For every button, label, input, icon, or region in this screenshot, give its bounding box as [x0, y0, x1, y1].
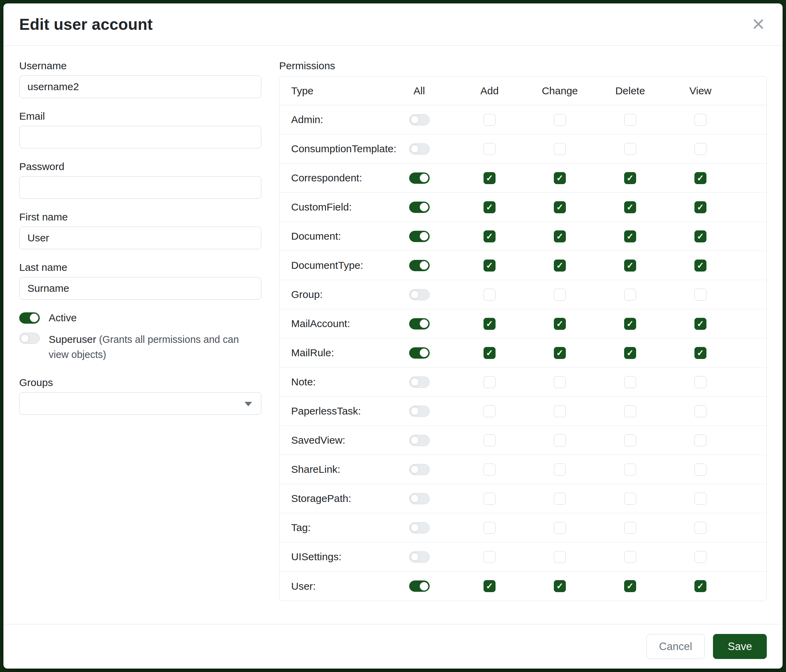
permission-delete-checkbox[interactable]: [624, 493, 636, 505]
permission-change-checkbox[interactable]: [554, 143, 566, 155]
permission-change-checkbox[interactable]: ✓: [554, 172, 566, 184]
permission-change-checkbox[interactable]: ✓: [554, 201, 566, 213]
cancel-button[interactable]: Cancel: [646, 634, 705, 659]
permission-change-checkbox[interactable]: [554, 405, 566, 417]
permission-view-checkbox[interactable]: ✓: [695, 318, 706, 330]
permission-view-checkbox[interactable]: [695, 405, 706, 417]
permission-change-checkbox[interactable]: ✓: [554, 347, 566, 359]
permission-row: CustomField:✓✓✓✓: [280, 193, 766, 222]
permission-view-checkbox[interactable]: ✓: [695, 172, 706, 184]
permission-view-checkbox[interactable]: [695, 376, 706, 388]
permission-all-toggle[interactable]: [409, 522, 430, 534]
permission-change-checkbox[interactable]: ✓: [554, 231, 566, 242]
permission-all-toggle[interactable]: [409, 202, 430, 213]
permission-all-toggle[interactable]: [409, 581, 430, 592]
permission-all-toggle[interactable]: [409, 464, 430, 475]
groups-select[interactable]: [19, 392, 261, 415]
permission-delete-checkbox[interactable]: [624, 405, 636, 417]
permission-all-toggle[interactable]: [409, 318, 430, 330]
permission-all-toggle[interactable]: [409, 493, 430, 504]
permission-add-checkbox[interactable]: ✓: [484, 347, 495, 359]
permission-add-checkbox[interactable]: ✓: [484, 259, 495, 272]
permission-add-checkbox[interactable]: ✓: [484, 580, 495, 592]
permission-add-checkbox[interactable]: [484, 143, 495, 155]
permission-all-toggle[interactable]: [409, 406, 430, 417]
active-toggle[interactable]: [19, 312, 40, 323]
permission-change-checkbox[interactable]: ✓: [554, 580, 566, 592]
permission-all-toggle[interactable]: [409, 260, 430, 271]
permission-delete-checkbox[interactable]: ✓: [624, 580, 636, 592]
permission-view-checkbox[interactable]: ✓: [695, 580, 706, 592]
permission-change-checkbox[interactable]: [554, 463, 566, 476]
permission-change-checkbox[interactable]: [554, 551, 566, 563]
permission-add-checkbox[interactable]: ✓: [484, 201, 495, 213]
permission-delete-checkbox[interactable]: [624, 114, 636, 126]
permission-change-checkbox[interactable]: [554, 434, 566, 446]
permission-view-checkbox[interactable]: ✓: [695, 201, 706, 213]
permission-view-checkbox[interactable]: ✓: [695, 347, 706, 359]
permission-delete-checkbox[interactable]: [624, 376, 636, 388]
permission-add-checkbox[interactable]: [484, 376, 495, 388]
permission-all-toggle[interactable]: [409, 551, 430, 563]
permission-add-checkbox[interactable]: [484, 551, 495, 563]
permission-add-checkbox[interactable]: [484, 114, 495, 126]
permission-delete-checkbox[interactable]: [624, 551, 636, 563]
permission-delete-checkbox[interactable]: [624, 522, 636, 534]
groups-label: Groups: [19, 377, 261, 388]
permission-view-checkbox[interactable]: [695, 434, 706, 446]
first-name-input[interactable]: [19, 227, 261, 249]
permission-delete-checkbox[interactable]: ✓: [624, 259, 636, 272]
permission-add-checkbox[interactable]: ✓: [484, 231, 495, 242]
permission-view-checkbox[interactable]: [695, 289, 706, 301]
permission-all-toggle[interactable]: [409, 289, 430, 300]
last-name-input[interactable]: [19, 277, 261, 300]
permission-change-checkbox[interactable]: [554, 493, 566, 505]
permission-delete-checkbox[interactable]: [624, 463, 636, 476]
permission-all-toggle[interactable]: [409, 377, 430, 388]
permission-change-checkbox[interactable]: [554, 114, 566, 126]
permission-add-checkbox[interactable]: ✓: [484, 172, 495, 184]
permission-all-toggle[interactable]: [409, 347, 430, 359]
permission-view-checkbox[interactable]: [695, 551, 706, 563]
permission-delete-checkbox[interactable]: [624, 289, 636, 301]
permission-change-checkbox[interactable]: ✓: [554, 318, 566, 330]
permission-delete-checkbox[interactable]: ✓: [624, 347, 636, 359]
permission-add-checkbox[interactable]: [484, 493, 495, 505]
permission-view-checkbox[interactable]: [695, 493, 706, 505]
permission-change-checkbox[interactable]: [554, 376, 566, 388]
permission-delete-checkbox[interactable]: [624, 143, 636, 155]
permission-change-cell: ✓: [525, 347, 595, 359]
permission-delete-checkbox[interactable]: ✓: [624, 172, 636, 184]
permission-delete-checkbox[interactable]: ✓: [624, 231, 636, 242]
permission-add-checkbox[interactable]: ✓: [484, 318, 495, 330]
email-input[interactable]: [19, 126, 261, 148]
password-input[interactable]: [19, 176, 261, 199]
permission-all-toggle[interactable]: [409, 435, 430, 446]
permission-change-checkbox[interactable]: [554, 289, 566, 301]
permission-all-toggle[interactable]: [409, 173, 430, 184]
permission-delete-checkbox[interactable]: [624, 434, 636, 446]
permission-view-checkbox[interactable]: ✓: [695, 231, 706, 242]
permission-view-checkbox[interactable]: [695, 463, 706, 476]
toggle-knob: [410, 465, 419, 474]
permission-view-checkbox[interactable]: ✓: [695, 259, 706, 272]
permission-all-toggle[interactable]: [409, 114, 430, 126]
permission-all-toggle[interactable]: [409, 231, 430, 242]
permission-add-checkbox[interactable]: [484, 522, 495, 534]
permission-delete-checkbox[interactable]: ✓: [624, 201, 636, 213]
permission-add-checkbox[interactable]: [484, 405, 495, 417]
permission-view-checkbox[interactable]: [695, 522, 706, 534]
permission-delete-checkbox[interactable]: ✓: [624, 318, 636, 330]
permission-view-checkbox[interactable]: [695, 114, 706, 126]
close-icon[interactable]: ×: [750, 16, 767, 33]
permission-change-checkbox[interactable]: ✓: [554, 259, 566, 272]
permission-add-checkbox[interactable]: [484, 289, 495, 301]
superuser-toggle[interactable]: [19, 333, 40, 344]
permission-view-checkbox[interactable]: [695, 143, 706, 155]
permission-all-toggle[interactable]: [409, 143, 430, 155]
permission-add-checkbox[interactable]: [484, 434, 495, 446]
permission-add-checkbox[interactable]: [484, 463, 495, 476]
permission-change-checkbox[interactable]: [554, 522, 566, 534]
username-input[interactable]: [19, 75, 261, 98]
save-button[interactable]: Save: [713, 634, 767, 659]
